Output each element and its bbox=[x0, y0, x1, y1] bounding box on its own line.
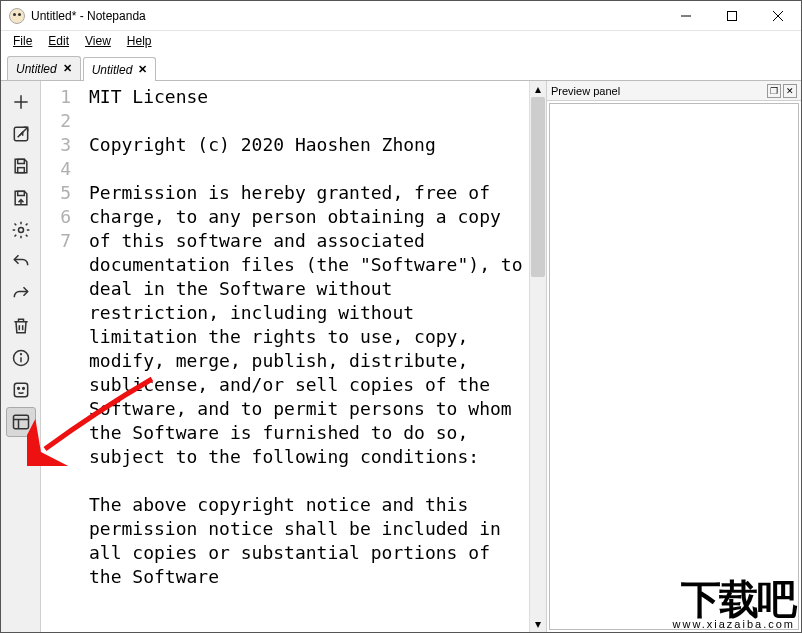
editor[interactable]: 1234567 MIT License Copyright (c) 2020 H… bbox=[41, 81, 529, 632]
scroll-up-icon[interactable]: ▴ bbox=[530, 81, 546, 97]
svg-point-12 bbox=[18, 228, 23, 233]
save-button[interactable] bbox=[6, 151, 36, 181]
menu-edit[interactable]: Edit bbox=[42, 32, 75, 50]
line-number: 3 bbox=[41, 133, 71, 157]
code-line[interactable] bbox=[89, 157, 525, 181]
vertical-scrollbar[interactable]: ▴ ▾ bbox=[529, 81, 546, 632]
svg-line-8 bbox=[21, 127, 27, 133]
preview-button[interactable] bbox=[6, 407, 36, 437]
menubar: File Edit View Help bbox=[1, 31, 801, 51]
tab-label: Untitled bbox=[92, 63, 133, 77]
redo-button[interactable] bbox=[6, 279, 36, 309]
watermark-url: www.xiazaiba.com bbox=[673, 619, 795, 630]
svg-rect-11 bbox=[17, 191, 24, 195]
svg-rect-21 bbox=[13, 415, 28, 428]
maximize-button[interactable] bbox=[709, 1, 755, 31]
svg-point-19 bbox=[17, 388, 19, 390]
tab-untitled-2[interactable]: Untitled ✕ bbox=[83, 57, 157, 81]
svg-point-20 bbox=[22, 388, 24, 390]
sticker-button[interactable] bbox=[6, 375, 36, 405]
line-number: 7 bbox=[41, 229, 71, 253]
info-button[interactable] bbox=[6, 343, 36, 373]
close-icon[interactable]: ✕ bbox=[138, 63, 147, 76]
window-title: Untitled* - Notepanda bbox=[31, 9, 663, 23]
code-line[interactable]: Copyright (c) 2020 Haoshen Zhong bbox=[89, 133, 525, 157]
tab-untitled-1[interactable]: Untitled ✕ bbox=[7, 56, 81, 80]
watermark: 下载吧 www.xiazaiba.com bbox=[673, 579, 795, 630]
close-icon[interactable]: ✕ bbox=[783, 84, 797, 98]
preview-header: Preview panel ❐ ✕ bbox=[547, 81, 801, 101]
svg-rect-9 bbox=[17, 159, 24, 163]
menu-view[interactable]: View bbox=[79, 32, 117, 50]
save-as-button[interactable] bbox=[6, 183, 36, 213]
svg-rect-10 bbox=[17, 168, 24, 173]
svg-rect-18 bbox=[14, 383, 27, 396]
line-number: 4 bbox=[41, 157, 71, 181]
toolbar bbox=[1, 81, 41, 632]
svg-rect-1 bbox=[728, 11, 737, 20]
code-line[interactable]: Permission is hereby granted, free of ch… bbox=[89, 181, 525, 469]
app-icon bbox=[9, 8, 25, 24]
code-line[interactable] bbox=[89, 109, 525, 133]
undo-button[interactable] bbox=[6, 247, 36, 277]
svg-point-17 bbox=[20, 354, 21, 355]
titlebar: Untitled* - Notepanda bbox=[1, 1, 801, 31]
preview-body bbox=[549, 103, 799, 630]
close-icon[interactable]: ✕ bbox=[63, 62, 72, 75]
scroll-down-icon[interactable]: ▾ bbox=[530, 616, 546, 632]
scroll-thumb[interactable] bbox=[531, 97, 545, 277]
detach-icon[interactable]: ❐ bbox=[767, 84, 781, 98]
code-line[interactable] bbox=[89, 469, 525, 493]
editor-wrap: 1234567 MIT License Copyright (c) 2020 H… bbox=[41, 81, 801, 632]
code-area[interactable]: MIT License Copyright (c) 2020 Haoshen Z… bbox=[83, 81, 529, 632]
preview-title: Preview panel bbox=[551, 85, 620, 97]
open-button[interactable] bbox=[6, 119, 36, 149]
preview-panel: Preview panel ❐ ✕ bbox=[546, 81, 801, 632]
line-gutter: 1234567 bbox=[41, 81, 83, 632]
minimize-button[interactable] bbox=[663, 1, 709, 31]
main-area: 1234567 MIT License Copyright (c) 2020 H… bbox=[1, 81, 801, 632]
code-line[interactable]: The above copyright notice and this perm… bbox=[89, 493, 525, 589]
line-number: 6 bbox=[41, 205, 71, 229]
menu-file[interactable]: File bbox=[7, 32, 38, 50]
new-button[interactable] bbox=[6, 87, 36, 117]
code-line[interactable]: MIT License bbox=[89, 85, 525, 109]
line-number: 1 bbox=[41, 85, 71, 109]
delete-button[interactable] bbox=[6, 311, 36, 341]
menu-help[interactable]: Help bbox=[121, 32, 158, 50]
tab-label: Untitled bbox=[16, 62, 57, 76]
line-number: 2 bbox=[41, 109, 71, 133]
tabbar: Untitled ✕ Untitled ✕ bbox=[1, 55, 801, 81]
line-number: 5 bbox=[41, 181, 71, 205]
watermark-text: 下载吧 bbox=[673, 579, 795, 619]
settings-button[interactable] bbox=[6, 215, 36, 245]
close-button[interactable] bbox=[755, 1, 801, 31]
